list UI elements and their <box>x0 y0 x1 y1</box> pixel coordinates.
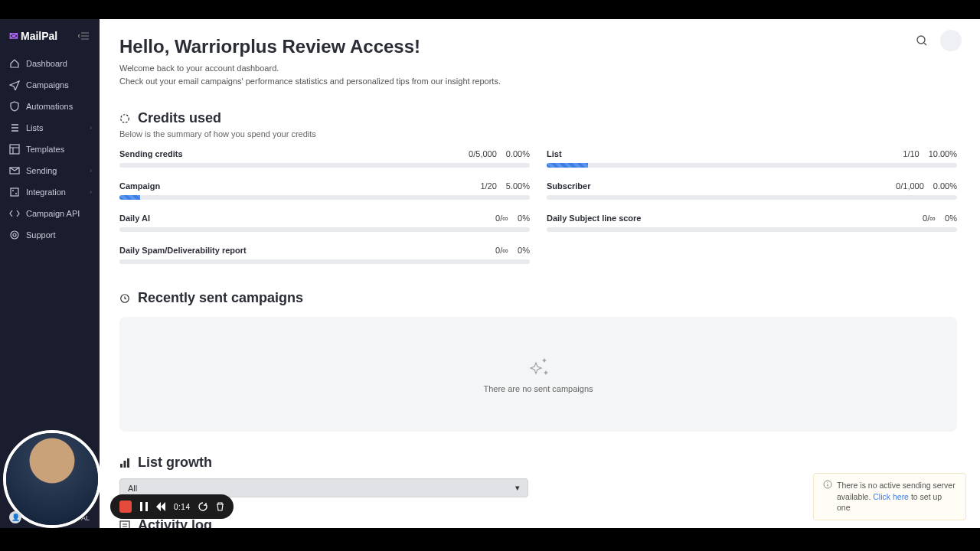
progress-bar <box>119 259 530 264</box>
sidebar-item-integration[interactable]: Integration› <box>0 181 100 203</box>
credits-subtitle: Below is the summary of how you spend yo… <box>119 129 957 139</box>
recent-campaigns-empty: There are no sent campaigns <box>119 317 957 432</box>
mail-icon <box>9 165 20 176</box>
credit-row: List1/1010.00% <box>547 149 957 168</box>
recorder-time: 0:14 <box>174 503 190 511</box>
code-icon <box>9 208 20 219</box>
credit-pct: 10.00% <box>929 149 957 158</box>
activity-icon <box>119 520 130 529</box>
record-button[interactable] <box>119 500 132 513</box>
theme-toggle-button[interactable] <box>940 30 962 51</box>
send-icon <box>9 80 20 90</box>
delete-button[interactable] <box>216 502 224 511</box>
credit-label: Daily Spam/Deliverability report <box>119 246 247 255</box>
clock-icon <box>119 293 130 304</box>
progress-bar <box>547 195 957 200</box>
credit-pct: 0.00% <box>933 181 957 191</box>
avatar-label: AL <box>81 514 90 522</box>
credit-row: Daily AI0/∞0% <box>119 214 530 232</box>
sidebar-item-automations[interactable]: Automations <box>0 96 100 117</box>
main-content: Hello, Warriorplus Review Access! Welcom… <box>100 19 980 528</box>
svg-rect-0 <box>10 145 19 154</box>
brand-logo[interactable]: ✉ MailPal <box>9 30 57 42</box>
credit-pct: 0% <box>945 214 957 223</box>
credit-row: Daily Spam/Deliverability report0/∞0% <box>119 246 530 264</box>
page-title: Hello, Warriorplus Review Access! <box>119 36 957 57</box>
svg-rect-2 <box>11 188 18 196</box>
sidebar-item-label: Campaign API <box>26 209 80 218</box>
sidebar-item-dashboard[interactable]: Dashboard <box>0 53 100 74</box>
sending-server-toast: There is no active sending server availa… <box>813 473 966 520</box>
support-icon <box>9 230 20 240</box>
svg-point-8 <box>121 114 129 122</box>
credit-label: Subscriber <box>547 181 590 191</box>
chevron-right-icon: › <box>90 124 92 132</box>
svg-rect-10 <box>120 464 122 468</box>
credit-row: Daily Subject line score0/∞0% <box>547 214 957 232</box>
sidebar-item-sending[interactable]: Sending› <box>0 160 100 181</box>
brand-name: MailPal <box>21 30 57 42</box>
sidebar-item-label: Dashboard <box>26 59 67 68</box>
credit-row: Subscriber0/1,0000.00% <box>547 181 957 200</box>
svg-point-5 <box>11 231 18 239</box>
shield-icon <box>9 101 20 112</box>
logo-mark-icon: ✉ <box>9 30 18 42</box>
sidebar-item-label: Lists <box>26 123 44 132</box>
svg-rect-14 <box>140 502 142 511</box>
toast-link[interactable]: Click here <box>873 492 909 501</box>
plug-icon <box>9 187 20 197</box>
list-growth-title: List growth <box>138 455 212 471</box>
credits-icon <box>119 113 130 124</box>
sidebar-collapse-button[interactable] <box>78 31 90 41</box>
recent-title: Recently sent campaigns <box>138 290 303 306</box>
pause-button[interactable] <box>140 502 148 511</box>
chevron-right-icon: › <box>90 188 92 196</box>
activity-title: Activity log <box>138 517 212 528</box>
credit-label: List <box>547 149 562 158</box>
sidebar-item-templates[interactable]: Templates <box>0 139 100 160</box>
sidebar-item-label: Support <box>26 230 56 240</box>
list-icon <box>9 122 20 133</box>
credit-row: Campaign1/205.00% <box>119 181 530 200</box>
sidebar-item-label: Templates <box>26 145 64 154</box>
credit-pct: 5.00% <box>506 181 530 191</box>
progress-bar <box>119 195 530 200</box>
svg-point-7 <box>917 36 925 44</box>
credit-label: Sending credits <box>119 149 183 158</box>
restart-button[interactable] <box>198 502 207 511</box>
credit-count: 0/5,000 <box>469 149 497 158</box>
page-subtitle-2: Check out your email campaigns' performa… <box>119 75 957 88</box>
svg-rect-11 <box>124 461 126 468</box>
svg-rect-12 <box>127 458 129 468</box>
credits-grid: Sending credits0/5,0000.00%List1/1010.00… <box>119 149 957 264</box>
svg-point-6 <box>13 233 16 236</box>
sidebar-item-campaigns[interactable]: Campaigns <box>0 74 100 96</box>
svg-rect-15 <box>145 502 148 511</box>
page-subtitle-1: Welcome back to your account dashboard. <box>119 62 957 75</box>
rewind-button[interactable] <box>156 502 165 511</box>
svg-rect-13 <box>120 521 129 529</box>
sidebar-item-support[interactable]: Support <box>0 224 100 246</box>
credit-count: 0/1,000 <box>896 181 924 191</box>
credit-label: Daily AI <box>119 214 150 223</box>
progress-bar <box>119 163 530 168</box>
credit-count: 1/10 <box>903 149 919 158</box>
sidebar-item-label: Automations <box>26 102 73 111</box>
list-growth-filter-value: All <box>128 484 137 493</box>
sparkles-icon <box>525 355 551 378</box>
sidebar-item-campaign-api[interactable]: Campaign API <box>0 203 100 224</box>
home-icon <box>9 58 20 69</box>
recent-empty-text: There are no sent campaigns <box>483 384 593 393</box>
sidebar-item-label: Campaigns <box>26 80 69 90</box>
credits-title: Credits used <box>138 110 221 126</box>
credit-pct: 0% <box>518 246 530 255</box>
progress-bar <box>547 227 957 232</box>
sidebar-item-lists[interactable]: Lists› <box>0 117 100 139</box>
recorder-bar: 0:14 <box>110 494 234 519</box>
template-icon <box>9 144 20 155</box>
chevron-down-icon: ▾ <box>515 483 520 493</box>
credit-pct: 0.00% <box>506 149 530 158</box>
credit-count: 0/∞ <box>923 214 936 223</box>
search-button[interactable] <box>911 30 933 51</box>
svg-point-3 <box>12 190 14 191</box>
